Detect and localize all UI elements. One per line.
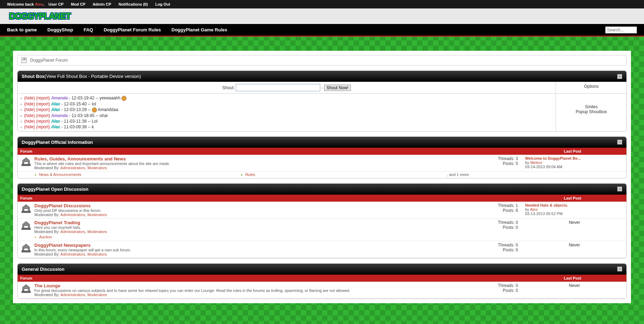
nav-faq[interactable]: FAQ (83, 27, 93, 32)
arrow-icon: » (20, 125, 23, 129)
hide-link[interactable]: (hide) (24, 107, 35, 112)
cat-general: General Discussion - Forum Last Post The… (17, 263, 627, 299)
hide-link[interactable]: (hide) (24, 96, 35, 100)
collapse-icon[interactable]: - (617, 187, 622, 191)
forum-icon (20, 283, 35, 297)
modcp-link[interactable]: Mod CP (71, 2, 85, 6)
col-forum: Forum (20, 196, 32, 200)
forum-link[interactable]: Rules, Guides, Announcements and News (35, 156, 126, 161)
shout-text: - 11-03-11:38 -- Lol (60, 119, 98, 124)
shout-text: - 11-03-18:45 -- ohai (68, 113, 108, 118)
admincp-link[interactable]: Admin CP (93, 2, 111, 6)
mod-mods[interactable]: Moderators (87, 213, 107, 217)
notifications-link[interactable]: Notifications (0) (119, 2, 148, 6)
smiles-link[interactable]: Smiles (585, 104, 597, 109)
forum-icon (20, 220, 35, 239)
nav-shop[interactable]: DoggyShop (48, 27, 73, 32)
last-post-author[interactable]: Alex (530, 207, 538, 212)
nav-game-rules[interactable]: DoggyPlanet Game Rules (172, 27, 227, 32)
forum-desc: This is where site rules and important a… (35, 161, 490, 166)
shout-options-hdr: Options (556, 82, 626, 93)
shout-text: - 12-03-19:42 -- yeeeaaahh (68, 96, 122, 100)
breadcrumb-current[interactable]: DoggyPlanet Forum (30, 58, 68, 63)
hide-link[interactable]: (hide) (24, 119, 35, 124)
shout-user[interactable]: Amanda (51, 113, 68, 118)
forum-desc: Only post DP discussions in this forum (35, 208, 490, 213)
forum-desc: For great discussions on various subject… (35, 288, 490, 293)
arrow-icon: » (20, 96, 23, 100)
welcome-text: Welcome back (7, 2, 34, 6)
mod-admins[interactable]: Administrators (61, 213, 85, 217)
mod-admins[interactable]: Administrators (61, 230, 85, 234)
shoutbox-subtitle[interactable]: (View Full Shout Box - Portable Device v… (45, 74, 141, 79)
mod-mods[interactable]: Moderators (87, 252, 107, 256)
search-input[interactable] (605, 26, 637, 33)
shout-now-button[interactable]: Shout Now! (324, 85, 351, 91)
shout-user[interactable]: Alex (51, 119, 60, 124)
posts-count: Posts: 0 (490, 225, 518, 230)
column-headers: Forum Last Post (18, 148, 627, 155)
report-link[interactable]: (report) (36, 96, 50, 100)
report-link[interactable]: (report) (36, 113, 50, 118)
breadcrumb: DoggyPlanet Forum (17, 55, 627, 66)
subforum-link[interactable]: Auction (39, 235, 52, 239)
forum-link[interactable]: The Lounge (35, 283, 61, 288)
hide-link[interactable]: (hide) (24, 124, 35, 129)
mod-admins[interactable]: Administrators (61, 166, 85, 170)
threads-count: Threads: 1 (490, 203, 518, 208)
hide-link[interactable]: (hide) (24, 113, 35, 118)
popup-shoutbox-link[interactable]: Popup Shoutbox (576, 109, 607, 114)
mod-pre: Moderated By: (35, 166, 61, 170)
mod-admins[interactable]: Administrators (61, 293, 85, 297)
last-post-author[interactable]: Meteor (530, 160, 542, 165)
shout-message: » (hide) (report) Alex - 11-03-11:38 -- … (20, 118, 553, 124)
bullet-icon: ● (35, 235, 37, 239)
subforum-link[interactable]: News & Announcements (39, 172, 81, 177)
shout-user[interactable]: Alex (51, 124, 60, 129)
report-link[interactable]: (report) (36, 102, 50, 106)
shout-user[interactable]: Alex (51, 102, 60, 106)
forum-link[interactable]: DoggyPlanet Trading (35, 220, 80, 225)
shout-user[interactable]: Alex (51, 107, 60, 112)
forum-link[interactable]: DoggyPlanet Discussions (35, 203, 91, 208)
shout-input-row: Shout: - Shout Now! Options (18, 82, 627, 94)
last-post-title[interactable]: Needed Hats & objects. (525, 203, 568, 207)
logout-link[interactable]: Log Out (155, 2, 170, 6)
svg-rect-3 (21, 250, 31, 252)
home-icon[interactable] (21, 57, 27, 63)
sub-forums-row: ● News & Announcements ● Rules , and 1 m… (18, 172, 627, 178)
mod-admins[interactable]: Administrators (61, 252, 85, 256)
shout-messages: » (hide) (report) Amanda - 12-03-19:42 -… (18, 94, 556, 131)
last-never: Never (525, 220, 624, 225)
arrow-icon: » (20, 114, 23, 118)
collapse-icon[interactable]: - (617, 74, 622, 79)
collapse-icon[interactable]: - (617, 267, 622, 271)
cat-title: General Discussion (22, 267, 64, 272)
nav-forum-rules[interactable]: DoggyPlanet Forum Rules (104, 27, 161, 32)
forum-link[interactable]: DoggyPlanet Newspapers (35, 243, 91, 248)
svg-rect-2 (21, 228, 31, 230)
mod-pre: Moderated By: (35, 293, 61, 297)
threads-count: Threads: 3 (490, 156, 518, 161)
mod-mods[interactable]: Moderators (87, 166, 107, 170)
shout-user[interactable]: Amanda (51, 96, 68, 100)
report-link[interactable]: (report) (36, 124, 50, 129)
last-post-title[interactable]: Welcome to DoggyPlanet Be... (525, 156, 581, 160)
shout-input[interactable] (236, 84, 320, 91)
report-link[interactable]: (report) (36, 107, 50, 112)
cat-title: DoggyPlanet Official Information (22, 140, 93, 145)
report-link[interactable]: (report) (36, 119, 50, 124)
hide-link[interactable]: (hide) (24, 102, 35, 106)
collapse-icon[interactable]: - (617, 140, 622, 145)
emoji-icon (92, 108, 97, 112)
site-logo[interactable]: DOGGYPLANET (7, 11, 73, 22)
usercp-link[interactable]: User CP (48, 2, 63, 6)
subforum-link[interactable]: Rules (245, 172, 255, 177)
nav-back[interactable]: Back to game (7, 27, 37, 32)
col-forum: Forum (20, 276, 32, 280)
cat-title: DoggyPlanet Open Discussion (22, 187, 88, 192)
arrow-icon: » (20, 120, 23, 123)
mod-mods[interactable]: Moderators (87, 230, 107, 234)
shout-message: » (hide) (report) Alex - 12-03-15:40 -- … (20, 101, 553, 107)
mod-mods[interactable]: Moderators (87, 293, 107, 297)
